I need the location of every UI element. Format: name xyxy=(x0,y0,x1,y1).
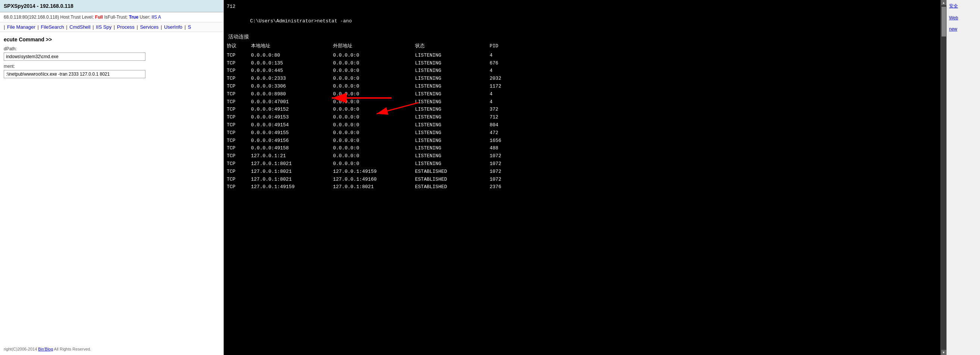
row-proto: TCP xyxy=(227,90,251,98)
nav-filesearch[interactable]: FileSearch xyxy=(41,24,64,30)
row-local: 0.0.0.0:135 xyxy=(251,60,333,67)
far-right-security[interactable]: 安全 xyxy=(947,0,980,12)
path-row: dPath: xyxy=(4,46,220,61)
nav-cmdshell[interactable]: CmdShell xyxy=(69,24,90,30)
header-pid: PID xyxy=(490,43,519,50)
copyright: right(C)2006-2014 Bin'Blog All Rights Re… xyxy=(0,343,223,355)
row-pid: 2376 xyxy=(490,183,519,191)
row-state: LISTENING xyxy=(415,98,490,106)
row-pid: 2032 xyxy=(490,75,519,83)
row-remote: 127.0.0.1:8021 xyxy=(333,183,415,191)
header-state: 状态 xyxy=(415,43,490,50)
row-state: ESTABLISHED xyxy=(415,176,490,184)
row-state: LISTENING xyxy=(415,122,490,129)
row-remote: 0.0.0.0:0 xyxy=(333,90,415,98)
title-bar: SPXSpy2014 - 192.168.0.118 xyxy=(0,0,223,12)
table-row: TCP 0.0.0.0:49158 0.0.0.0:0 LISTENING 48… xyxy=(227,144,939,152)
row-proto: TCP xyxy=(227,98,251,106)
nav-sep2: | xyxy=(66,24,68,30)
table-row: TCP 127.0.0.1:8021 127.0.0.1:49159 ESTAB… xyxy=(227,168,939,176)
row-proto: TCP xyxy=(227,75,251,83)
table-row: TCP 127.0.0.1:8021 127.0.0.1:49160 ESTAB… xyxy=(227,176,939,184)
table-row: TCP 0.0.0.0:49154 0.0.0.0:0 LISTENING 80… xyxy=(227,122,939,129)
row-local: 0.0.0.0:49153 xyxy=(251,114,333,122)
scrollbar-up-button[interactable]: ▲ xyxy=(941,0,947,5)
row-local: 0.0.0.0:445 xyxy=(251,67,333,75)
row-local: 0.0.0.0:8980 xyxy=(251,90,333,98)
header-local: 本地地址 xyxy=(251,43,333,50)
nav-sep7: | xyxy=(185,24,187,30)
scrollbar-down-button[interactable]: ▼ xyxy=(941,350,947,355)
table-row: TCP 127.0.0.1:49159 127.0.0.1:8021 ESTAB… xyxy=(227,183,939,191)
nav-s[interactable]: S xyxy=(188,24,191,30)
row-remote: 127.0.0.1:49159 xyxy=(333,168,415,176)
row-local: 127.0.0.1:21 xyxy=(251,152,333,160)
nav-bar: | File Manager | FileSearch | CmdShell |… xyxy=(0,22,223,32)
row-proto: TCP xyxy=(227,129,251,137)
row-local: 127.0.0.1:8021 xyxy=(251,168,333,176)
argument-row: ment: xyxy=(4,64,220,78)
nav-userinfo[interactable]: UserInfo xyxy=(164,24,182,30)
row-pid: 472 xyxy=(490,129,519,137)
row-state: ESTABLISHED xyxy=(415,183,490,191)
row-remote: 0.0.0.0:0 xyxy=(333,160,415,168)
row-local: 0.0.0.0:49152 xyxy=(251,106,333,114)
row-pid: 4 xyxy=(490,98,519,106)
execute-title-text: ecute Command >> xyxy=(4,36,52,43)
row-proto: TCP xyxy=(227,160,251,168)
row-pid: 1072 xyxy=(490,176,519,184)
nav-iis-spy[interactable]: IIS Spy xyxy=(96,24,111,30)
is-full-trust-value: True xyxy=(129,14,138,20)
cmd-content: 712 C:\Users\Administrator>netstat -ano … xyxy=(224,0,947,355)
row-state: ESTABLISHED xyxy=(415,168,490,176)
execute-section: ecute Command >> dPath: ment: xyxy=(0,32,223,86)
row-state: LISTENING xyxy=(415,129,490,137)
row-state: LISTENING xyxy=(415,144,490,152)
table-row: TCP 0.0.0.0:135 0.0.0.0:0 LISTENING 676 xyxy=(227,60,939,67)
table-row: TCP 0.0.0.0:3306 0.0.0.0:0 LISTENING 117… xyxy=(227,83,939,90)
row-local: 0.0.0.0:49158 xyxy=(251,144,333,152)
table-row: TCP 0.0.0.0:445 0.0.0.0:0 LISTENING 4 xyxy=(227,67,939,75)
cmd-scrollbar[interactable]: ▲ ▼ xyxy=(940,0,947,355)
row-remote: 0.0.0.0:0 xyxy=(333,137,415,145)
row-state: LISTENING xyxy=(415,114,490,122)
row-remote: 0.0.0.0:0 xyxy=(333,52,415,60)
row-proto: TCP xyxy=(227,106,251,114)
row-proto: TCP xyxy=(227,83,251,90)
user-label: User: xyxy=(138,14,151,20)
row-local: 0.0.0.0:3306 xyxy=(251,83,333,90)
far-right-new[interactable]: new xyxy=(947,24,980,35)
active-connections-text: 活动连接 xyxy=(228,34,249,40)
scrollbar-thumb[interactable] xyxy=(942,7,946,36)
row-state: LISTENING xyxy=(415,67,490,75)
table-row: TCP 0.0.0.0:49152 0.0.0.0:0 LISTENING 37… xyxy=(227,106,939,114)
nav-file-manager[interactable]: File Manager xyxy=(7,24,35,30)
nav-services[interactable]: Services xyxy=(140,24,159,30)
row-remote: 0.0.0.0:0 xyxy=(333,106,415,114)
path-label: dPath: xyxy=(4,46,220,51)
row-proto: TCP xyxy=(227,67,251,75)
row-remote: 0.0.0.0:0 xyxy=(333,129,415,137)
nav-sep6: | xyxy=(161,24,163,30)
execute-title: ecute Command >> xyxy=(4,36,220,43)
trust-level: Full xyxy=(95,14,103,20)
path-input[interactable] xyxy=(4,52,145,61)
far-right-web[interactable]: Web xyxy=(947,12,980,24)
row-pid: 4 xyxy=(490,67,519,75)
row-local: 127.0.0.1:49159 xyxy=(251,183,333,191)
row-remote: 0.0.0.0:0 xyxy=(333,98,415,106)
row-proto: TCP xyxy=(227,60,251,67)
netstat-table: TCP 0.0.0.0:80 0.0.0.0:0 LISTENING 4 TCP… xyxy=(227,52,939,191)
row-proto: TCP xyxy=(227,152,251,160)
row-local: 0.0.0.0:2333 xyxy=(251,75,333,83)
row-pid: 1072 xyxy=(490,160,519,168)
nav-process[interactable]: Process xyxy=(117,24,135,30)
copyright-suffix: All Rights Reserved. xyxy=(53,347,91,351)
argument-input[interactable] xyxy=(4,70,145,78)
row-remote: 0.0.0.0:0 xyxy=(333,60,415,67)
row-proto: TCP xyxy=(227,137,251,145)
row-proto: TCP xyxy=(227,183,251,191)
host-address: 68.0.118:80(192.168.0.118) Host Trust Le… xyxy=(4,14,95,20)
row-pid: 1172 xyxy=(490,83,519,90)
bin-blog-link[interactable]: Bin'Blog xyxy=(38,347,53,351)
